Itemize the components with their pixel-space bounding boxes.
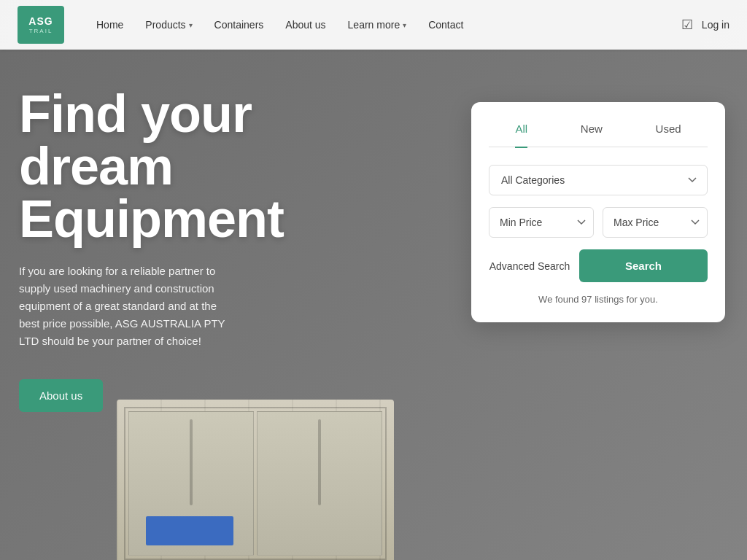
search-card: All New Used All Categories Min Price Ma… — [471, 102, 725, 322]
about-us-button[interactable]: About us — [19, 379, 103, 412]
nav-containers[interactable]: Containers — [206, 13, 273, 36]
search-actions: Advanced Search Search — [489, 249, 708, 282]
tab-used[interactable]: Used — [656, 122, 681, 138]
hero-title: Find your dream Equipment — [19, 88, 325, 245]
logo[interactable]: ASG TRAIL — [18, 6, 64, 44]
account-icon[interactable]: ☑ — [681, 17, 693, 33]
max-price-select[interactable]: Max Price — [603, 207, 708, 238]
container-label — [146, 516, 233, 545]
nav-contact[interactable]: Contact — [419, 13, 472, 36]
nav-links: Home Products ▾ Containers About us Lear… — [88, 13, 681, 36]
learn-more-chevron-icon: ▾ — [403, 21, 406, 29]
nav-home[interactable]: Home — [88, 13, 132, 36]
category-select[interactable]: All Categories — [489, 165, 708, 195]
logo-text-main: ASG — [28, 16, 53, 26]
products-chevron-icon: ▾ — [189, 21, 193, 29]
search-button[interactable]: Search — [579, 249, 708, 282]
tab-new[interactable]: New — [581, 122, 603, 138]
logo-text-sub: TRAIL — [29, 28, 53, 34]
nav-right: ☑ Log in — [681, 17, 729, 33]
nav-about[interactable]: About us — [276, 13, 334, 36]
login-link[interactable]: Log in — [702, 19, 729, 31]
price-row: Min Price Max Price — [489, 207, 708, 238]
hero-content: Find your dream Equipment If you are loo… — [19, 88, 325, 412]
advanced-search-link[interactable]: Advanced Search — [489, 260, 570, 272]
tab-all[interactable]: All — [515, 122, 527, 138]
min-price-select[interactable]: Min Price — [489, 207, 594, 238]
nav-learn-more[interactable]: Learn more ▾ — [339, 13, 416, 36]
nav-products[interactable]: Products ▾ — [136, 13, 201, 36]
hero-subtitle: If you are looking for a reliable partne… — [19, 262, 238, 350]
search-results-text: We found 97 listings for you. — [489, 294, 708, 305]
container-door-right — [257, 411, 382, 556]
search-tabs: All New Used — [489, 122, 708, 147]
navbar: ASG TRAIL Home Products ▾ Containers Abo… — [0, 0, 747, 50]
